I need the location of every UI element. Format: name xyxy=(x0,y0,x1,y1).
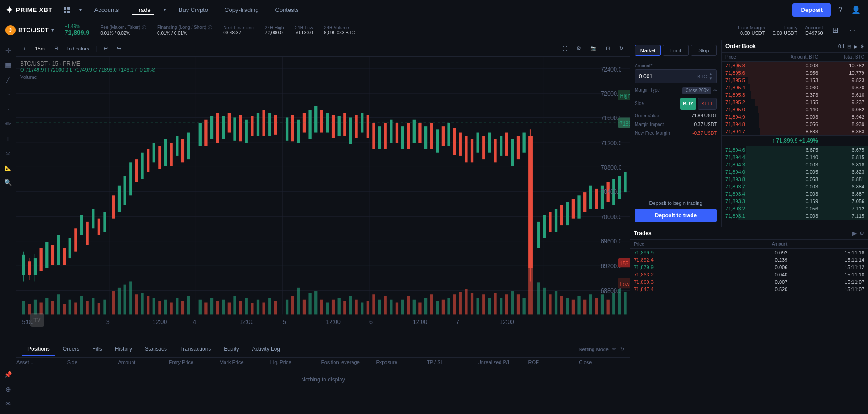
ob-bid-row[interactable]: 71,894.6 6.675 6.675 xyxy=(722,146,868,154)
add-indicator-btn[interactable]: + xyxy=(20,44,28,53)
ob-bid-row[interactable]: 71,893.4 0.003 6.887 xyxy=(722,190,868,198)
help-icon[interactable]: ? xyxy=(836,4,844,16)
grid-icon[interactable] xyxy=(64,7,70,13)
amount-down[interactable]: ▼ xyxy=(709,77,713,81)
tab-equity[interactable]: Equity xyxy=(218,343,244,356)
tab-positions[interactable]: Positions xyxy=(22,343,55,356)
nav-trade-chevron[interactable]: ▾ xyxy=(164,7,166,12)
trades-settings-icon[interactable]: ⚙ xyxy=(859,230,864,237)
svg-rect-190 xyxy=(430,294,433,314)
redo-btn[interactable]: ↪ xyxy=(114,44,124,53)
ob-bid-row[interactable]: 71,893.7 0.003 6.884 xyxy=(722,183,868,190)
more-icon[interactable]: ··· xyxy=(847,24,857,36)
settings-btn[interactable]: ⚙ xyxy=(574,44,584,53)
tab-statistics[interactable]: Statistics xyxy=(139,343,172,356)
measure-tool[interactable]: 📐 xyxy=(2,161,15,174)
fullscreen-btn[interactable]: ⛶ xyxy=(560,44,570,53)
financing-label: Financing (Long / Short) ⓘ xyxy=(157,24,212,31)
amount-stepper[interactable]: ▲ ▼ xyxy=(709,72,713,81)
new-free-margin-label: New Free Margin xyxy=(635,131,670,136)
ob-precision[interactable]: 0.1 xyxy=(838,44,845,49)
trades-play-icon[interactable]: ▶ xyxy=(852,230,857,237)
ob-ask-row[interactable]: 71,895.4 0.060 9.670 xyxy=(722,84,868,91)
ob-view-icon[interactable]: ⊟ xyxy=(847,44,851,49)
nav-trade[interactable]: Trade xyxy=(132,5,154,15)
ob-ask-row[interactable]: 71,895.5 0.153 9.823 xyxy=(722,77,868,84)
amount-up[interactable]: ▲ xyxy=(709,72,713,76)
svg-rect-100 xyxy=(505,133,508,156)
sell-button[interactable]: SELL xyxy=(698,98,717,110)
ob-bid-row[interactable]: 71,894.4 0.140 6.815 xyxy=(722,154,868,161)
amount-input[interactable]: 0.001 BTC ▲ ▼ xyxy=(635,69,717,83)
svg-rect-143 xyxy=(147,296,149,314)
chart-type-btn[interactable]: ⊟ xyxy=(51,44,61,53)
crosshair-tool[interactable]: ✛ xyxy=(2,44,15,57)
ob-ask-row[interactable]: 71,894.9 0.003 8.942 xyxy=(722,113,868,121)
svg-rect-215 xyxy=(577,296,580,314)
indicators-btn[interactable]: Indicators xyxy=(65,44,92,53)
tab-fills[interactable]: Fills xyxy=(87,343,107,356)
tab-orders[interactable]: Orders xyxy=(57,343,85,356)
user-icon[interactable]: 👤 xyxy=(850,4,863,16)
text-tool[interactable]: T xyxy=(2,132,15,145)
layout-icon[interactable]: ⊞ xyxy=(830,24,840,36)
buy-button[interactable]: BUY xyxy=(680,98,696,110)
zoom-tool[interactable]: 🔍 xyxy=(2,176,15,189)
tab-stop[interactable]: Stop xyxy=(691,45,717,56)
smile-tool[interactable]: ☺ xyxy=(2,147,15,160)
pen-tool[interactable]: ✏ xyxy=(2,117,15,130)
interval-btn[interactable]: 15m xyxy=(32,44,47,53)
ob-bid-row[interactable]: 71,894.0 0.005 6.823 xyxy=(722,168,868,176)
ob-ask-row[interactable]: 71,895.0 0.140 9.082 xyxy=(722,106,868,113)
ob-ask-row[interactable]: 71,895.2 0.155 9.237 xyxy=(722,99,868,106)
layers-tool[interactable]: ⊕ xyxy=(2,383,15,396)
wave-tool[interactable]: 〜 xyxy=(2,88,15,101)
svg-rect-177 xyxy=(355,300,357,315)
ob-ask-row[interactable]: 71,894.8 0.056 8.939 xyxy=(722,121,868,128)
nav-buy-crypto[interactable]: Buy Crypto xyxy=(175,5,212,15)
ob-bid-row[interactable]: 71,894.3 0.003 6.818 xyxy=(722,161,868,168)
nav-contests[interactable]: Contests xyxy=(272,5,302,15)
ob-ask-row[interactable]: 71,895.6 0.956 10.779 xyxy=(722,69,868,77)
ob-bid-row[interactable]: 71,893.3 0.169 7.056 xyxy=(722,198,868,205)
logo-text: PRIME XBT xyxy=(16,6,53,13)
tab-history[interactable]: History xyxy=(110,343,137,356)
svg-rect-62 xyxy=(286,117,288,140)
netting-edit-icon[interactable]: ✏ xyxy=(612,346,616,352)
svg-rect-197 xyxy=(471,293,473,314)
candle-tool[interactable]: ▦ xyxy=(2,59,15,72)
deposit-button[interactable]: Deposit xyxy=(792,3,831,17)
undo-btn[interactable]: ↩ xyxy=(101,44,110,53)
nav-copy-trading[interactable]: Copy-trading xyxy=(221,5,262,15)
netting-refresh-icon[interactable]: ↻ xyxy=(620,346,624,352)
ob-ask-row[interactable]: 71,894.7 8.883 8.883 xyxy=(722,128,868,135)
ticker-dropdown[interactable]: ▾ xyxy=(51,28,54,33)
chart-svg: 5:00 3 12:00 4 12:00 5 12:00 6 12:00 7 1… xyxy=(16,57,630,341)
tab-limit[interactable]: Limit xyxy=(663,45,689,56)
pin-tool[interactable]: 📌 xyxy=(2,368,15,381)
share-btn[interactable]: ⊡ xyxy=(603,44,613,53)
ob-bid-row[interactable]: 71,893.1 0.003 7.115 xyxy=(722,212,868,220)
svg-rect-96 xyxy=(482,136,485,159)
ob-settings-icon[interactable]: ⚙ xyxy=(860,44,864,49)
ticker-symbol[interactable]: ₿ BTC/USDT ▾ xyxy=(5,25,54,35)
ob-bid-row[interactable]: 71,893.2 0.056 7.112 xyxy=(722,205,868,212)
svg-rect-66 xyxy=(308,110,311,139)
nav-accounts[interactable]: Accounts xyxy=(91,5,122,15)
nav-chevron[interactable]: ▾ xyxy=(79,7,82,12)
line-tool[interactable]: ╱ xyxy=(2,73,15,86)
eye-tool[interactable]: 👁 xyxy=(2,397,15,410)
ob-bid-row[interactable]: 71,893.8 0.058 6.881 xyxy=(722,176,868,183)
tab-market[interactable]: Market xyxy=(635,45,661,56)
tab-activity-log[interactable]: Activity Log xyxy=(247,343,286,356)
tab-transactions[interactable]: Transactions xyxy=(174,343,216,356)
ob-ask-row[interactable]: 71,895.8 0.003 10.782 xyxy=(722,62,868,69)
ob-ask-row[interactable]: 71,895.3 0.373 9.610 xyxy=(722,91,868,99)
ob-play-icon[interactable]: ▶ xyxy=(854,44,857,49)
fib-tool[interactable]: ⋮ xyxy=(2,103,15,116)
refresh-btn[interactable]: ↻ xyxy=(616,44,626,53)
camera-btn[interactable]: 📷 xyxy=(588,44,599,53)
deposit-to-trade-button[interactable]: Deposit to trade xyxy=(635,209,717,222)
edit-margin-icon[interactable]: ✏ xyxy=(713,88,717,93)
col-mark: Mark Price xyxy=(220,359,270,365)
